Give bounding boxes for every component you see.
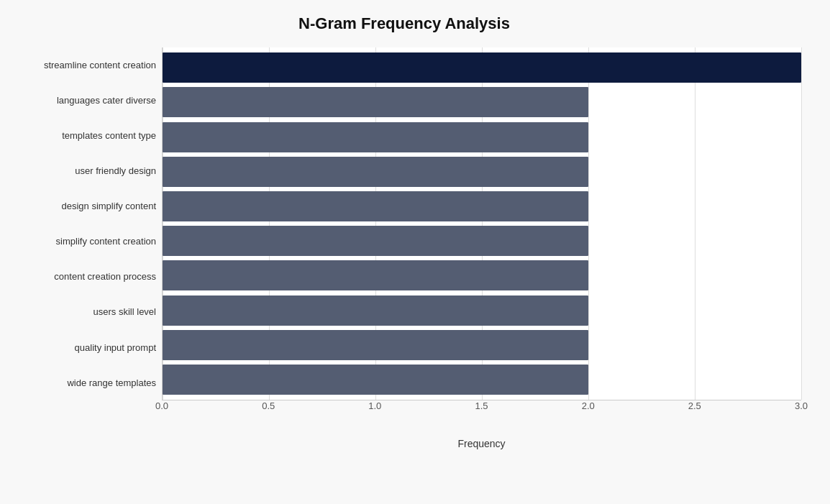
- bars-and-grid: [162, 47, 801, 400]
- y-label: languages cater diverse: [57, 95, 156, 106]
- bar: [163, 52, 801, 83]
- bar-row: [163, 85, 801, 119]
- bar-row: [163, 119, 801, 154]
- chart-container: N-Gram Frequency Analysis streamline con…: [0, 0, 830, 504]
- bar-row: [163, 224, 801, 258]
- x-tick: 1.5: [475, 400, 488, 411]
- y-label: design simplify content: [61, 201, 156, 212]
- y-label: templates content type: [62, 130, 156, 142]
- y-label: users skill level: [94, 306, 156, 318]
- x-tick: 1.0: [368, 400, 381, 411]
- bar: [163, 365, 588, 395]
- bar: [163, 157, 588, 187]
- bar-row: [163, 328, 801, 362]
- bar-row: [163, 258, 801, 293]
- bar: [163, 87, 588, 117]
- x-tick: 3.0: [795, 400, 808, 411]
- bar: [163, 226, 588, 256]
- grid-line: [801, 47, 802, 400]
- bar-row: [163, 155, 801, 189]
- y-label: user friendly design: [75, 165, 156, 177]
- x-axis-label: Frequency: [162, 438, 801, 449]
- bar: [163, 330, 588, 360]
- bar-row: [163, 189, 801, 224]
- bar: [163, 122, 588, 152]
- bar: [163, 191, 588, 221]
- bar-row: [163, 362, 801, 397]
- x-tick: 2.5: [688, 400, 701, 411]
- y-labels: streamline content creationlanguages cat…: [7, 47, 162, 400]
- bar-rows: [163, 47, 801, 400]
- bars-section: streamline content creationlanguages cat…: [7, 47, 801, 400]
- bar: [163, 295, 588, 326]
- x-tick: 0.5: [262, 400, 275, 411]
- y-label: quality input prompt: [75, 342, 156, 354]
- chart-title: N-Gram Frequency Analysis: [7, 14, 801, 33]
- bar: [163, 260, 588, 290]
- y-label: simplify content creation: [56, 236, 156, 247]
- y-label: streamline content creation: [44, 60, 156, 71]
- y-label: wide range templates: [67, 377, 156, 389]
- bar-row: [163, 293, 801, 327]
- x-tick: 2.0: [582, 400, 595, 411]
- x-tick: 0.0: [155, 400, 168, 411]
- chart-area: streamline content creationlanguages cat…: [7, 47, 801, 436]
- bar-row: [163, 50, 801, 85]
- y-label: content creation process: [54, 271, 156, 283]
